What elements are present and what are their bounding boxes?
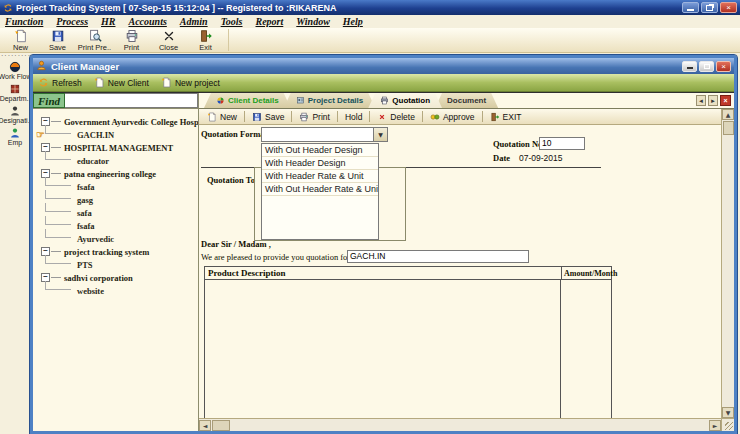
toolbar-divider [228, 29, 229, 51]
tab-project-details[interactable]: Project Details [284, 93, 376, 108]
tab-client-details[interactable]: Client Details [204, 93, 291, 108]
menu-function[interactable]: Function [5, 16, 43, 27]
combo-dropdown-icon[interactable]: ▼ [373, 128, 387, 141]
tree-leaf-gach-in[interactable]: ☞GACH.IN [33, 128, 198, 141]
pleased-text: We are pleased to provide you quotation … [201, 252, 350, 262]
rail-item-emp[interactable]: Emp [0, 127, 30, 146]
new-project-button[interactable]: New project [161, 77, 220, 88]
quotation-approve-button[interactable]: Approve [425, 110, 480, 124]
tree-leaf-educator[interactable]: educator [33, 154, 198, 167]
new-doc-icon [161, 77, 172, 88]
rail-drag-handle[interactable]: ·········· [0, 53, 30, 58]
workflow-icon [9, 61, 21, 73]
save-icon [252, 112, 262, 122]
client-tree-panel: Find −Government Ayurvedic College Hospi… [33, 93, 199, 431]
menu-accounts[interactable]: Accounts [128, 16, 166, 27]
button-label: New [220, 112, 237, 122]
tree-leaf-label: educator [77, 156, 109, 166]
client-manager-titlebar: Client Manager × [33, 58, 734, 74]
employee-icon [9, 127, 21, 139]
menu-process[interactable]: Process [56, 16, 88, 27]
client-manager-body: Find −Government Ayurvedic College Hospi… [33, 92, 734, 431]
new-doc-icon [14, 29, 28, 43]
menu-tools[interactable]: Tools [221, 16, 243, 27]
menu-hr[interactable]: HR [101, 16, 115, 27]
toolbar-separator [482, 111, 483, 122]
rail-item-work-flow[interactable]: Work Flow [0, 61, 30, 80]
rail-item-departm[interactable]: Departm.. [0, 83, 30, 102]
department-icon [9, 83, 21, 95]
menu-window[interactable]: Window [296, 16, 330, 27]
tree-leaf-ayurvedic[interactable]: Ayurvedic [33, 232, 198, 245]
tab-quotation[interactable]: Quotation [368, 93, 442, 108]
vertical-scroll-thumb[interactable] [723, 121, 734, 135]
toolbar-separator [244, 111, 245, 122]
toolbar-separator [422, 111, 423, 122]
toolbar-print-button[interactable]: Print [113, 28, 150, 52]
toolbar-save-button[interactable]: Save [39, 28, 76, 52]
mdi-minimize-button[interactable] [682, 61, 697, 72]
quotation-for-input[interactable]: GACH.IN [347, 250, 529, 263]
quotation-print-button[interactable]: Print [294, 110, 334, 124]
mdi-close-button[interactable]: × [716, 61, 731, 72]
quotation-format-select[interactable]: ▼ [261, 127, 388, 142]
close-button[interactable]: × [720, 2, 737, 13]
tree-leaf-pts[interactable]: PTS [33, 258, 198, 271]
scroll-left-arrow[interactable]: ◄ [199, 420, 211, 431]
tab-document[interactable]: Document [435, 93, 498, 108]
tree-leaf-label: GACH.IN [77, 130, 114, 140]
quotation-save-button[interactable]: Save [247, 110, 289, 124]
scroll-down-arrow[interactable]: ▼ [722, 407, 734, 418]
rail-item-designati[interactable]: Designati.. [0, 105, 30, 124]
tree-leaf-website[interactable]: website [33, 284, 198, 297]
tree-line [45, 151, 71, 160]
find-label: Find [33, 93, 65, 108]
quotation-no-input[interactable]: 10 [539, 137, 585, 150]
toolbar-separator [337, 111, 338, 122]
minimize-button[interactable] [682, 2, 699, 13]
tab-scroll-left[interactable]: ◄ [696, 95, 706, 106]
scroll-right-arrow[interactable]: ► [709, 420, 721, 431]
menu-report[interactable]: Report [256, 16, 284, 27]
menu-help[interactable]: Help [343, 16, 363, 27]
horizontal-scroll-thumb[interactable] [212, 420, 230, 431]
tab-label: Document [447, 96, 486, 105]
dropdown-option-with-header-rate-unit[interactable]: With Header Rate & Unit [262, 170, 378, 183]
print-icon [299, 112, 309, 122]
quotation-exit-button[interactable]: EXIT [485, 110, 527, 124]
product-table-body[interactable] [205, 280, 611, 418]
toolbar-new-button[interactable]: New [2, 28, 39, 52]
person-orange-icon [36, 60, 47, 71]
toolbar-print-pre-button[interactable]: Print Pre.. [76, 28, 113, 52]
tab-close-button[interactable]: × [720, 95, 731, 106]
new-client-button[interactable]: New Client [94, 77, 149, 88]
mdi-restore-button[interactable] [699, 61, 714, 72]
quotation-hold-button[interactable]: Hold [340, 110, 367, 124]
tab-nav-controls: ◄►× [696, 95, 731, 106]
scroll-up-arrow[interactable]: ▲ [722, 109, 734, 120]
refresh-button[interactable]: Refresh [38, 77, 82, 88]
tree-node-label: patna engineering college [64, 169, 156, 179]
print-icon [125, 29, 139, 43]
salutation: Dear Sir / Madam , [201, 239, 271, 249]
find-input[interactable] [65, 93, 198, 108]
button-label: Hold [345, 112, 362, 122]
tree-line [45, 203, 71, 212]
dropdown-option-with-header-design[interactable]: With Header Design [262, 157, 378, 170]
dropdown-option-with-out-header-design[interactable]: With Out Header Design [262, 144, 378, 157]
find-row: Find [33, 93, 198, 109]
toolbar-label: New [13, 43, 28, 52]
tree-node-label: sadhvi corporation [64, 273, 133, 283]
quotation-format-label: Quotation Format [201, 129, 267, 139]
toolbar-close-button[interactable]: Close [150, 28, 187, 52]
dropdown-option-with-out-header-rate-unit[interactable]: With Out Header Rate & Unit [262, 183, 378, 196]
resize-grip[interactable] [722, 418, 734, 431]
quotation-new-button[interactable]: New [202, 110, 242, 124]
client-manager-title: Client Manager [51, 61, 678, 72]
menu-admin[interactable]: Admin [180, 16, 208, 27]
tree-line [51, 277, 61, 278]
quotation-delete-button[interactable]: Delete [372, 110, 420, 124]
tab-scroll-right[interactable]: ► [708, 95, 718, 106]
toolbar-exit-button[interactable]: Exit [187, 28, 224, 52]
restore-button[interactable] [701, 2, 718, 13]
